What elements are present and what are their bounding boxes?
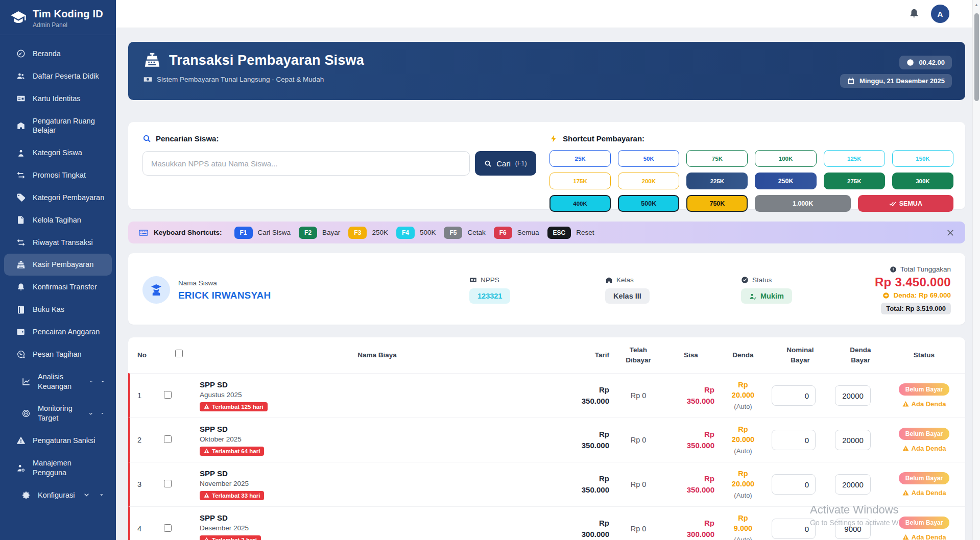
date-badge: Minggu, 21 Desember 2025 — [840, 74, 952, 88]
row-checkbox[interactable] — [164, 524, 172, 532]
denda-auto-note: (Auto) — [721, 402, 766, 411]
scrollbar-thumb[interactable] — [974, 13, 979, 101]
payment-status-badge: Belum Bayar — [899, 472, 949, 484]
student-status-badge: Mukim — [741, 288, 792, 304]
sidebar-item-daftar-peserta-didik[interactable]: Daftar Peserta Didik — [4, 65, 112, 87]
keyboard-shortcut-item: F4 500K — [396, 227, 436, 239]
billing-table: No Nama Biaya Tarif Telah Dibayar Sisa D… — [128, 337, 965, 540]
shortcuts-label: Shortcut Pembayaran: — [563, 134, 644, 143]
shortcut-button-400k[interactable]: 400K — [549, 195, 611, 212]
sidebar-item-buku-kas[interactable]: Buku Kas — [4, 299, 112, 321]
shortcut-button-750k[interactable]: 750K — [686, 195, 748, 212]
search-button[interactable]: Cari (F1) — [475, 151, 536, 176]
shortcut-button-150k[interactable]: 150K — [892, 150, 953, 167]
sidebar-item-pengaturan-ruang-belajar[interactable]: Pengaturan Ruang Belajar — [4, 110, 112, 142]
shortcut-button-75k[interactable]: 75K — [686, 150, 748, 167]
keyboard-shortcut-list: F1 Cari Siswa F2 Bayar F3 250K F4 — [234, 227, 603, 239]
shortcut-button-label: 125K — [847, 156, 862, 162]
sidebar-item-pengaturan-sanksi[interactable]: Pengaturan Sanksi — [4, 430, 112, 452]
fee-name: SPP SD — [200, 513, 555, 522]
shortcut-button-250k[interactable]: 250K — [755, 173, 816, 189]
shortcut-button-label: 250K — [778, 178, 794, 185]
bell-icon — [16, 283, 26, 292]
sidebar-item-riwayat-transaksi[interactable]: Riwayat Transaksi — [4, 232, 112, 254]
topbar: A — [116, 0, 980, 28]
search-input[interactable] — [142, 151, 470, 176]
shortcut-button-semua[interactable]: SEMUA — [858, 195, 953, 212]
shortcut-button-label: 500K — [641, 200, 656, 207]
denda-bayar-input[interactable] — [835, 474, 871, 495]
notification-bell-icon[interactable] — [909, 8, 920, 19]
sidebar-item-monitoring-target[interactable]: Monitoring Target — [4, 398, 112, 429]
sidebar-item-promosi-tingkat[interactable]: Promosi Tingkat — [4, 164, 112, 186]
shortcut-button-225k[interactable]: 225K — [686, 173, 748, 189]
shortcut-button-125k[interactable]: 125K — [824, 150, 885, 167]
keyboard-shortcut-item: ESC Reset — [547, 227, 594, 239]
sidebar-item-konfigurasi[interactable]: Konfigurasi — [4, 484, 112, 506]
row-number: 3 — [137, 480, 158, 488]
table-header-row: No Nama Biaya Tarif Telah Dibayar Sisa D… — [128, 337, 965, 373]
denda-value: Rp 9.000 — [734, 514, 752, 532]
sidebar-item-label: Buku Kas — [33, 305, 64, 314]
shortcut-button-275k[interactable]: 275K — [824, 173, 885, 189]
column-header-denda: Denda — [721, 350, 766, 360]
shortcut-button-100k[interactable]: 100K — [755, 150, 816, 167]
sidebar-item-kategori-pembayaran[interactable]: Kategori Pembayaran — [4, 187, 112, 209]
shortcut-button-200k[interactable]: 200K — [618, 173, 679, 189]
shortcut-button-label: SEMUA — [899, 200, 922, 207]
double-check-icon — [889, 200, 896, 207]
shortcut-button-50k[interactable]: 50K — [618, 150, 679, 167]
sidebar-item-kasir-pembayaran[interactable]: Kasir Pembayaran — [4, 254, 112, 276]
user-avatar[interactable]: A — [931, 5, 949, 23]
nominal-bayar-input[interactable] — [772, 385, 816, 406]
sidebar-item-analisis-keuangan[interactable]: Analisis Keuangan — [4, 366, 112, 398]
kbd-key-f6: F6 — [494, 227, 512, 239]
sidebar-item-label: Konfigurasi — [38, 490, 75, 500]
shortcut-button-500k[interactable]: 500K — [618, 195, 679, 212]
close-icon[interactable] — [946, 228, 955, 237]
page-title: Transaksi Pembayaran Siswa — [169, 53, 364, 68]
chevron-down-icon — [89, 378, 93, 385]
nominal-bayar-input[interactable] — [772, 430, 816, 450]
warning-triangle-icon — [204, 404, 209, 409]
shortcut-button-300k[interactable]: 300K — [892, 173, 953, 189]
sidebar: Tim Koding ID Admin Panel Beranda Daftar… — [0, 0, 116, 540]
sidebar-item-kelola-tagihan[interactable]: Kelola Tagihan — [4, 209, 112, 231]
check-circle-icon — [741, 276, 749, 284]
nominal-bayar-input[interactable] — [772, 474, 816, 495]
sidebar-item-pencairan-anggaran[interactable]: Pencairan Anggaran — [4, 321, 112, 343]
whatsapp-icon — [16, 350, 26, 359]
sidebar-item-konfirmasi-transfer[interactable]: Konfirmasi Transfer — [4, 276, 112, 298]
shortcut-button-175k[interactable]: 175K — [549, 173, 611, 189]
person-icon — [16, 149, 26, 158]
denda-bayar-input[interactable] — [835, 519, 871, 539]
sidebar-item-manajemen-pengguna[interactable]: Manajemen Pengguna — [4, 452, 112, 484]
tarif-value: Rp 350.000 — [561, 384, 609, 407]
row-checkbox[interactable] — [164, 435, 172, 443]
shortcut-button-1-000k[interactable]: 1.000K — [755, 195, 850, 212]
denda-bayar-input[interactable] — [835, 385, 871, 406]
paid-value: Rp 0 — [615, 525, 661, 533]
shortcut-button-25k[interactable]: 25K — [549, 150, 611, 167]
kelas-label: Kelas — [616, 276, 634, 284]
select-all-checkbox[interactable] — [175, 350, 183, 357]
nominal-bayar-input[interactable] — [772, 519, 816, 539]
late-badge-label: Terlambat 125 hari — [212, 404, 264, 410]
row-checkbox[interactable] — [164, 391, 172, 399]
column-header-no: No — [137, 350, 158, 360]
row-number: 4 — [137, 525, 158, 533]
sidebar-item-pesan-tagihan[interactable]: Pesan Tagihan — [4, 343, 112, 365]
row-checkbox[interactable] — [164, 480, 172, 487]
sidebar-item-label: Kategori Siswa — [33, 148, 82, 158]
sidebar-item-beranda[interactable]: Beranda — [4, 43, 112, 65]
sidebar-item-kategori-siswa[interactable]: Kategori Siswa — [4, 142, 112, 164]
denda-bayar-input[interactable] — [835, 430, 871, 450]
sidebar-item-kartu-identitas[interactable]: Kartu Identitas — [4, 88, 112, 110]
search-card: Pencarian Siswa: Cari (F1) Shortcut Pemb… — [128, 122, 965, 209]
fee-name: SPP SD — [200, 380, 555, 389]
page-scrollbar[interactable]: ▲ — [972, 0, 980, 540]
school-icon — [605, 276, 613, 284]
shortcut-button-label: 50K — [643, 156, 654, 162]
scrollbar-up-arrow[interactable]: ▲ — [973, 0, 980, 7]
table-row: 3 SPP SD November 2025 Terlambat 33 hari… — [128, 462, 965, 506]
